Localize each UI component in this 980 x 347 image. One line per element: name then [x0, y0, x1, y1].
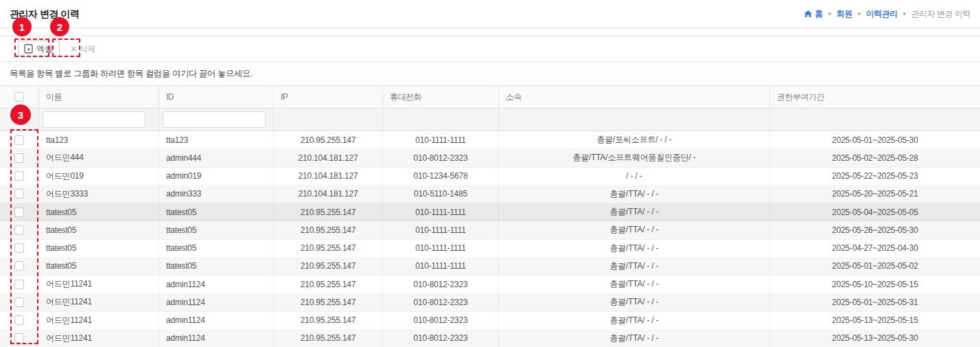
breadcrumb: 홈 회원이력관리관리자 변경 이력	[804, 8, 970, 20]
cell-phone: 010-1111-1111	[383, 240, 499, 258]
cell-phone: 010-1111-1111	[383, 131, 499, 149]
cell-period: 2025-05-01~2025-05-31	[770, 293, 980, 311]
cell-id: ttatest05	[159, 240, 274, 258]
cell-id: admin019	[159, 168, 274, 186]
cell-name: 어드민11241	[39, 293, 159, 311]
cell-id: admin444	[159, 149, 274, 167]
cell-ip: 210.95.255.147	[274, 312, 383, 330]
column-header-ip[interactable]: IP	[274, 86, 383, 108]
table-row[interactable]: tta123 tta123 210.95.255.147 010-1111-11…	[0, 131, 980, 149]
cell-phone: 010-8012-2323	[383, 276, 499, 293]
select-all-checkbox[interactable]	[14, 92, 24, 102]
cell-period: 2025-05-13~2025-05-15	[770, 312, 980, 330]
table-row[interactable]: 어드민019 admin019 210.104.181.127 010-1234…	[0, 168, 980, 186]
column-header-period[interactable]: 권한부여기간	[770, 86, 980, 108]
cell-ip: 210.104.181.127	[274, 168, 383, 186]
cell-org: 총괄/TTA/ - / -	[499, 221, 770, 239]
table-row[interactable]: 어드민11241 admin1124 210.95.255.147 010-80…	[0, 330, 980, 347]
filter-cell-ip	[274, 109, 383, 131]
table-row[interactable]: 어드민3333 admin333 210.104.181.127 010-511…	[0, 186, 980, 203]
cell-name: ttatest05	[39, 240, 159, 258]
cell-id: admin1124	[159, 330, 274, 347]
table-row[interactable]: ttatest05 ttatest05 210.95.255.147 010-1…	[0, 258, 980, 276]
cell-period: 2025-05-01~2025-05-02	[770, 258, 980, 276]
table-header-row: 이름 ID IP 휴대전화 소속 권한부여기간	[0, 86, 980, 109]
page-header: 관리자 변경 이력 홈 회원이력관리관리자 변경 이력	[0, 0, 980, 28]
cell-org: 총괄/TTA/ - / -	[499, 258, 770, 276]
cell-id: ttatest05	[159, 221, 274, 239]
cell-ip: 210.95.255.147	[274, 221, 383, 239]
cell-id: ttatest05	[159, 258, 274, 276]
cell-name: 어드민11241	[39, 276, 159, 293]
cell-name: 어드민11241	[39, 330, 159, 347]
column-header-name[interactable]: 이름	[39, 86, 159, 108]
cell-org: 총괄/TTA/ - / -	[499, 312, 770, 330]
cell-ip: 210.95.255.147	[274, 330, 383, 347]
cell-phone: 010-5110-1485	[383, 186, 499, 203]
cell-org: 총괄/TTA/ - / -	[499, 330, 770, 347]
cell-id: admin1124	[159, 276, 274, 293]
cell-org: 총괄/포씨소프트/ - / -	[499, 131, 770, 149]
breadcrumb-link[interactable]: 이력관리	[866, 8, 898, 20]
annotation-badge-3: 3	[10, 104, 31, 125]
table-row[interactable]: ttatest05 ttatest05 210.95.255.147 010-1…	[0, 221, 980, 239]
group-by-drop-area[interactable]: 목록을 항목 별로 그룹화 하려면 항목 컬럼을 여기다 끌어 놓으세요.	[0, 62, 980, 86]
filter-cell-name	[39, 109, 159, 131]
column-header-org[interactable]: 소속	[499, 86, 770, 108]
cell-name: tta123	[39, 131, 159, 149]
cell-ip: 210.104.181.127	[274, 149, 383, 167]
filter-cell-id	[159, 109, 274, 131]
table-row[interactable]: ttatest05 ttatest05 210.95.255.147 010-1…	[0, 203, 980, 221]
group-by-hint-text: 목록을 항목 별로 그룹화 하려면 항목 컬럼을 여기다 끌어 놓으세요.	[10, 68, 253, 80]
cell-phone: 010-1234-5678	[383, 168, 499, 186]
admin-change-history-page: 관리자 변경 이력 홈 회원이력관리관리자 변경 이력 x 엑셀 × 삭제	[0, 0, 980, 347]
breadcrumb-current: 관리자 변경 이력	[911, 8, 970, 20]
cell-phone: 010-1111-1111	[383, 221, 499, 239]
header-gap	[0, 28, 980, 36]
column-header-id[interactable]: ID	[159, 86, 274, 108]
cell-name: 어드민444	[39, 149, 159, 167]
cell-period: 2025-05-04~2025-05-05	[770, 203, 980, 221]
cell-org: 총괄/TTA/ - / -	[499, 240, 770, 258]
breadcrumb-home-label: 홈	[815, 8, 823, 20]
cell-id: tta123	[159, 131, 274, 149]
cell-ip: 210.95.255.147	[274, 203, 383, 221]
cell-period: 2025-05-26~2025-05-30	[770, 221, 980, 239]
breadcrumb-link[interactable]: 회원	[837, 8, 852, 20]
grid-widget: x 엑셀 × 삭제 목록을 항목 별로 그룹화 하려면 항목 컬럼을 여기다 끌…	[0, 36, 980, 347]
grid-toolbar: x 엑셀 × 삭제	[0, 36, 980, 62]
cell-phone: 010-1111-1111	[383, 203, 499, 221]
breadcrumb-separator-dot	[828, 12, 831, 15]
cell-id: ttatest05	[159, 203, 274, 221]
name-filter-input[interactable]	[43, 111, 145, 128]
filter-cell-org	[499, 109, 770, 131]
cell-ip: 210.95.255.147	[274, 276, 383, 293]
cell-org: 총괄/TTA/소프트웨어품질인증단/ -	[499, 149, 770, 167]
cell-period: 2025-05-10~2025-05-15	[770, 276, 980, 293]
breadcrumb-separator-dot	[903, 12, 906, 15]
cell-ip: 210.95.255.147	[274, 258, 383, 276]
breadcrumb-items: 회원이력관리관리자 변경 이력	[828, 8, 970, 20]
annotation-badge-1: 1	[12, 17, 32, 36]
table-row[interactable]: 어드민11241 admin1124 210.95.255.147 010-80…	[0, 293, 980, 311]
breadcrumb-separator-dot	[858, 12, 861, 15]
cell-id: admin333	[159, 186, 274, 203]
table-row[interactable]: 어드민444 admin444 210.104.181.127 010-8012…	[0, 149, 980, 167]
table-row[interactable]: ttatest05 ttatest05 210.95.255.147 010-1…	[0, 240, 980, 258]
cell-phone: 010-8012-2323	[383, 293, 499, 311]
annotation-box-checkbox-column	[10, 129, 38, 344]
column-header-phone[interactable]: 휴대전화	[383, 86, 499, 108]
cell-phone: 010-8012-2323	[383, 330, 499, 347]
breadcrumb-home[interactable]: 홈	[804, 8, 823, 20]
cell-org: 총괄/TTA/ - / -	[499, 186, 770, 203]
cell-id: admin1124	[159, 312, 274, 330]
table-row[interactable]: 어드민11241 admin1124 210.95.255.147 010-80…	[0, 276, 980, 293]
id-filter-input[interactable]	[163, 111, 266, 128]
cell-name: 어드민11241	[39, 312, 159, 330]
annotation-badge-2: 2	[50, 17, 69, 36]
home-icon	[804, 10, 813, 18]
cell-ip: 210.95.255.147	[274, 240, 383, 258]
cell-org: 총괄/TTA/ - / -	[499, 203, 770, 221]
filter-cell-period	[770, 109, 980, 131]
table-row[interactable]: 어드민11241 admin1124 210.95.255.147 010-80…	[0, 312, 980, 330]
